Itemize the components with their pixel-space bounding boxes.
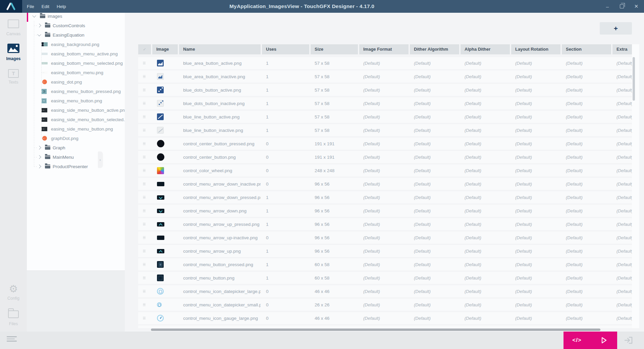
drag-handle-icon[interactable] — [143, 183, 146, 186]
layout-rotation-value[interactable]: (Default) — [511, 218, 560, 230]
layout-rotation-value[interactable]: (Default) — [511, 326, 560, 328]
chevron-icon[interactable] — [37, 146, 41, 149]
restore-icon[interactable] — [620, 4, 624, 8]
chevron-icon[interactable] — [37, 23, 41, 27]
section-value[interactable]: (Default) — [562, 57, 611, 69]
minimize-icon[interactable]: – — [604, 4, 610, 9]
dither-algorithm-value[interactable]: (Default) — [410, 70, 459, 83]
section-value[interactable]: (Default) — [562, 70, 611, 83]
section-value[interactable]: (Default) — [562, 326, 611, 328]
table-row[interactable]: control_color_wheel.png 0 248 x 248 (Def… — [138, 164, 632, 177]
extra-value[interactable]: (Default) — [612, 272, 632, 284]
drag-handle-icon[interactable] — [143, 209, 146, 212]
layout-rotation-value[interactable]: (Default) — [511, 124, 560, 136]
alpha-dither-value[interactable]: (Default) — [461, 164, 510, 177]
extra-value[interactable]: (Default) — [612, 164, 632, 177]
section-value[interactable]: (Default) — [562, 111, 611, 123]
section-value[interactable]: (Default) — [562, 258, 611, 270]
rail-item-images[interactable]: Images — [0, 44, 27, 61]
dither-algorithm-value[interactable]: (Default) — [410, 57, 459, 69]
extra-value[interactable]: (Default) — [612, 97, 632, 109]
image-format-value[interactable]: (Default) — [359, 57, 409, 69]
image-format-value[interactable]: (Default) — [359, 111, 409, 123]
alpha-dither-value[interactable]: (Default) — [461, 124, 510, 136]
extra-value[interactable]: (Default) — [612, 111, 632, 123]
close-icon[interactable]: ✕ — [633, 3, 639, 9]
dither-algorithm-value[interactable]: (Default) — [410, 232, 459, 244]
tree-item-easing-background-png[interactable]: easing_background.png — [27, 40, 125, 49]
image-format-value[interactable]: (Default) — [359, 138, 409, 150]
extra-value[interactable]: (Default) — [612, 218, 632, 230]
tree-item-mainmenu[interactable]: MainMenu — [27, 152, 125, 162]
dither-algorithm-value[interactable]: (Default) — [410, 164, 459, 177]
table-row[interactable]: control_menu_arrow_up_pressed.png 1 96 x… — [138, 218, 632, 230]
dither-algorithm-value[interactable]: (Default) — [410, 205, 459, 217]
table-row[interactable]: blue_area_button_inactive.png 1 57 x 58 … — [138, 70, 632, 83]
alpha-dither-value[interactable]: (Default) — [461, 299, 510, 311]
drag-handle-icon[interactable] — [143, 102, 146, 105]
alpha-dither-value[interactable]: (Default) — [461, 205, 510, 217]
layout-rotation-value[interactable]: (Default) — [511, 57, 560, 69]
image-format-value[interactable]: (Default) — [359, 124, 409, 136]
alpha-dither-value[interactable]: (Default) — [461, 97, 510, 109]
drag-handle-icon[interactable] — [143, 89, 146, 92]
alpha-dither-value[interactable]: (Default) — [461, 111, 510, 123]
image-format-value[interactable]: (Default) — [359, 258, 409, 270]
dither-algorithm-value[interactable]: (Default) — [410, 312, 459, 324]
rail-item-config[interactable]: ⚙ Config — [0, 284, 27, 301]
alpha-dither-value[interactable]: (Default) — [461, 326, 510, 328]
layout-rotation-value[interactable]: (Default) — [511, 299, 560, 311]
drag-handle-icon[interactable] — [143, 196, 146, 199]
dither-algorithm-value[interactable]: (Default) — [410, 258, 459, 270]
section-value[interactable]: (Default) — [562, 138, 611, 150]
drag-handle-icon[interactable] — [143, 277, 146, 280]
drag-handle-icon[interactable] — [143, 169, 146, 172]
alpha-dither-value[interactable]: (Default) — [461, 218, 510, 230]
section-value[interactable]: (Default) — [562, 205, 611, 217]
section-value[interactable]: (Default) — [562, 124, 611, 136]
rail-item-texts[interactable]: T Texts — [0, 69, 27, 85]
extra-value[interactable]: (Default) — [612, 232, 632, 244]
layout-rotation-value[interactable]: (Default) — [511, 138, 560, 150]
layout-rotation-value[interactable]: (Default) — [511, 205, 560, 217]
section-value[interactable]: (Default) — [562, 245, 611, 257]
alpha-dither-value[interactable]: (Default) — [461, 178, 510, 190]
table-row[interactable]: blue_line_button_active.png 1 57 x 58 (D… — [138, 111, 632, 123]
extra-value[interactable]: (Default) — [612, 312, 632, 324]
dither-algorithm-value[interactable]: (Default) — [410, 151, 459, 163]
extra-value[interactable]: (Default) — [612, 205, 632, 217]
drag-handle-icon[interactable] — [143, 115, 146, 118]
layout-rotation-value[interactable]: (Default) — [511, 232, 560, 244]
run-target-button[interactable] — [622, 334, 636, 347]
extra-value[interactable]: (Default) — [612, 70, 632, 83]
image-format-value[interactable]: (Default) — [359, 232, 409, 244]
section-value[interactable]: (Default) — [562, 272, 611, 284]
table-row[interactable]: blue_line_button_inactive.png 1 57 x 58 … — [138, 124, 632, 136]
extra-value[interactable]: (Default) — [612, 84, 632, 96]
section-value[interactable]: (Default) — [562, 191, 611, 203]
alpha-dither-value[interactable]: (Default) — [461, 312, 510, 324]
extra-value[interactable]: (Default) — [612, 285, 632, 297]
image-format-value[interactable]: (Default) — [359, 97, 409, 109]
image-format-value[interactable]: (Default) — [359, 84, 409, 96]
dither-algorithm-value[interactable]: (Default) — [410, 285, 459, 297]
extra-value[interactable]: (Default) — [612, 245, 632, 257]
tree-item-easing-menu-button-pressed-png[interactable]: easing_menu_button_pressed.png — [27, 87, 125, 96]
image-format-value[interactable]: (Default) — [359, 285, 409, 297]
select-all-check-icon[interactable]: ✓ — [142, 47, 146, 52]
table-row[interactable]: control_center_button.png 0 191 x 191 (D… — [138, 151, 632, 163]
layout-rotation-value[interactable]: (Default) — [511, 285, 560, 297]
run-simulator-button[interactable] — [590, 332, 617, 349]
tree-collapse-handle[interactable]: ‹ — [98, 152, 102, 168]
image-format-value[interactable]: (Default) — [359, 218, 409, 230]
tree-item-graphdot-png[interactable]: graphDot.png — [27, 134, 125, 143]
drag-handle-icon[interactable] — [143, 129, 146, 132]
table-row[interactable]: control_menu_icon_datepicker_small.png 0… — [138, 299, 632, 311]
dither-algorithm-value[interactable]: (Default) — [410, 272, 459, 284]
drag-handle-icon[interactable] — [143, 303, 146, 306]
chevron-icon[interactable] — [37, 164, 41, 168]
drag-handle-icon[interactable] — [143, 290, 146, 293]
alpha-dither-value[interactable]: (Default) — [461, 191, 510, 203]
hamburger-menu-icon[interactable] — [7, 336, 17, 342]
extra-value[interactable]: (Default) — [612, 191, 632, 203]
